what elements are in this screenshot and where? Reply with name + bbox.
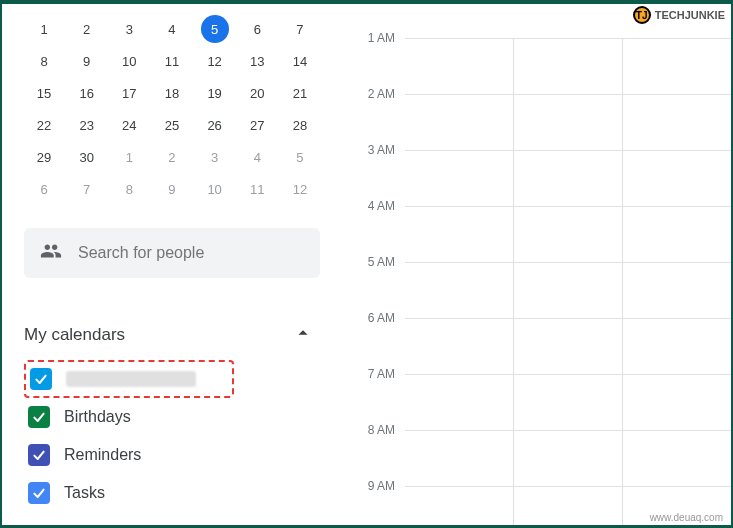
chevron-up-icon[interactable] <box>292 322 314 348</box>
day-column[interactable] <box>514 375 623 430</box>
hour-grid[interactable] <box>405 38 731 94</box>
mini-cal-day[interactable]: 20 <box>237 78 277 108</box>
mini-cal-day[interactable]: 13 <box>237 46 277 76</box>
day-column[interactable] <box>514 39 623 94</box>
mini-cal-day[interactable]: 28 <box>280 110 320 140</box>
mini-cal-day[interactable]: 18 <box>152 78 192 108</box>
mini-cal-day[interactable]: 27 <box>237 110 277 140</box>
day-column[interactable] <box>405 487 514 528</box>
calendar-item[interactable]: Reminders <box>24 436 320 474</box>
day-column[interactable] <box>405 39 514 94</box>
search-people-input[interactable] <box>78 244 304 262</box>
hour-row[interactable]: 6 AM <box>333 318 731 374</box>
mini-cal-day[interactable]: 8 <box>109 174 149 204</box>
hour-grid[interactable] <box>405 262 731 318</box>
mini-cal-day[interactable]: 4 <box>152 14 192 44</box>
day-view[interactable]: 1 AM2 AM3 AM4 AM5 AM6 AM7 AM8 AM9 AM <box>332 8 731 525</box>
mini-cal-day[interactable]: 23 <box>67 110 107 140</box>
day-column[interactable] <box>623 95 731 150</box>
day-column[interactable] <box>514 207 623 262</box>
search-people-box[interactable] <box>24 228 320 278</box>
day-column[interactable] <box>514 151 623 206</box>
calendar-checkbox[interactable] <box>30 368 52 390</box>
hour-row[interactable]: 1 AM <box>333 38 731 94</box>
mini-cal-day[interactable]: 10 <box>109 46 149 76</box>
calendar-item[interactable]: Tasks <box>24 474 320 512</box>
hour-grid[interactable] <box>405 430 731 486</box>
day-column[interactable] <box>623 431 731 486</box>
mini-cal-day[interactable]: 22 <box>24 110 64 140</box>
day-column[interactable] <box>514 431 623 486</box>
mini-cal-day[interactable]: 7 <box>67 174 107 204</box>
hour-grid[interactable] <box>405 374 731 430</box>
mini-cal-day[interactable]: 2 <box>152 142 192 172</box>
my-calendars-header[interactable]: My calendars <box>24 322 320 348</box>
mini-cal-day[interactable]: 25 <box>152 110 192 140</box>
mini-cal-day[interactable]: 15 <box>24 78 64 108</box>
mini-cal-day[interactable]: 1 <box>109 142 149 172</box>
day-column[interactable] <box>405 375 514 430</box>
hour-row[interactable]: 8 AM <box>333 430 731 486</box>
hour-grid[interactable] <box>405 150 731 206</box>
mini-cal-day[interactable]: 6 <box>24 174 64 204</box>
mini-cal-day[interactable]: 1 <box>24 14 64 44</box>
mini-cal-day[interactable]: 2 <box>67 14 107 44</box>
mini-cal-day[interactable]: 11 <box>152 46 192 76</box>
hour-label: 1 AM <box>333 31 405 87</box>
calendar-item[interactable] <box>24 360 234 398</box>
hour-row[interactable]: 4 AM <box>333 206 731 262</box>
mini-cal-day[interactable]: 21 <box>280 78 320 108</box>
hour-row[interactable]: 7 AM <box>333 374 731 430</box>
mini-cal-day[interactable]: 11 <box>237 174 277 204</box>
day-column[interactable] <box>514 95 623 150</box>
mini-cal-day[interactable]: 3 <box>109 14 149 44</box>
mini-cal-day[interactable]: 24 <box>109 110 149 140</box>
mini-cal-day[interactable]: 26 <box>195 110 235 140</box>
mini-cal-day[interactable]: 9 <box>67 46 107 76</box>
mini-cal-day[interactable]: 16 <box>67 78 107 108</box>
mini-cal-day[interactable]: 6 <box>237 14 277 44</box>
day-column[interactable] <box>405 263 514 318</box>
day-column[interactable] <box>514 263 623 318</box>
mini-cal-day[interactable]: 12 <box>195 46 235 76</box>
hour-grid[interactable] <box>405 318 731 374</box>
hour-row[interactable]: 3 AM <box>333 150 731 206</box>
mini-cal-day[interactable]: 7 <box>280 14 320 44</box>
mini-cal-day[interactable]: 10 <box>195 174 235 204</box>
mini-cal-day[interactable]: 14 <box>280 46 320 76</box>
day-column[interactable] <box>623 263 731 318</box>
day-column[interactable] <box>514 319 623 374</box>
hour-grid[interactable] <box>405 206 731 262</box>
day-column[interactable] <box>623 207 731 262</box>
calendar-item[interactable]: Birthdays <box>24 398 320 436</box>
mini-cal-day[interactable]: 5 <box>280 142 320 172</box>
mini-calendar[interactable]: 1234567891011121314151617181920212223242… <box>24 14 320 204</box>
day-column[interactable] <box>623 375 731 430</box>
mini-cal-day[interactable]: 4 <box>237 142 277 172</box>
day-column[interactable] <box>514 487 623 528</box>
mini-cal-day[interactable]: 9 <box>152 174 192 204</box>
hour-grid[interactable] <box>405 94 731 150</box>
calendar-checkbox[interactable] <box>28 406 50 428</box>
day-column[interactable] <box>623 151 731 206</box>
day-column[interactable] <box>405 95 514 150</box>
calendar-checkbox[interactable] <box>28 482 50 504</box>
watermark-techjunkie: TJ TECHJUNKIE <box>633 6 725 24</box>
mini-cal-day[interactable]: 5 <box>195 14 235 44</box>
day-column[interactable] <box>623 319 731 374</box>
mini-cal-day[interactable]: 29 <box>24 142 64 172</box>
day-column[interactable] <box>405 431 514 486</box>
hour-row[interactable]: 2 AM <box>333 94 731 150</box>
mini-cal-day[interactable]: 8 <box>24 46 64 76</box>
mini-cal-day[interactable]: 30 <box>67 142 107 172</box>
hour-row[interactable]: 5 AM <box>333 262 731 318</box>
day-column[interactable] <box>623 39 731 94</box>
day-column[interactable] <box>405 319 514 374</box>
mini-cal-day[interactable]: 17 <box>109 78 149 108</box>
day-column[interactable] <box>405 207 514 262</box>
mini-cal-day[interactable]: 12 <box>280 174 320 204</box>
day-column[interactable] <box>405 151 514 206</box>
calendar-checkbox[interactable] <box>28 444 50 466</box>
mini-cal-day[interactable]: 3 <box>195 142 235 172</box>
mini-cal-day[interactable]: 19 <box>195 78 235 108</box>
